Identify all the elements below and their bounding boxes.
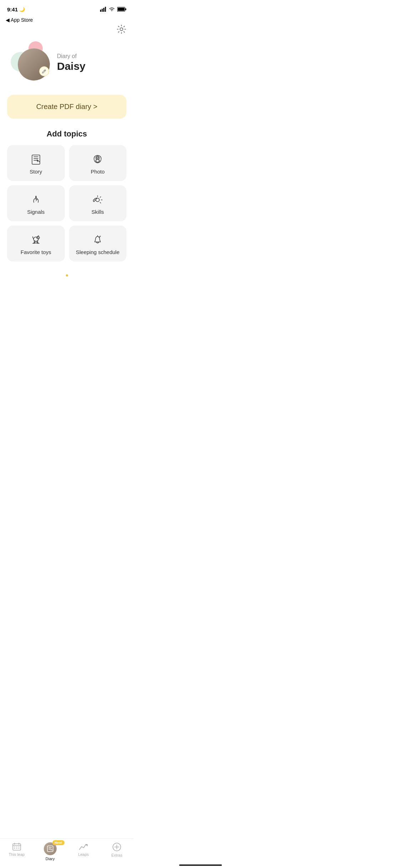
pencil-icon <box>42 69 47 74</box>
moon-icon: 🌙 <box>19 7 25 12</box>
sleeping-schedule-label: Sleeping schedule <box>76 249 120 255</box>
svg-line-8 <box>45 71 45 71</box>
svg-rect-6 <box>118 8 125 11</box>
favorite-toys-label: Favorite toys <box>21 249 51 255</box>
app-store-back[interactable]: ◀ App Store <box>0 16 134 24</box>
dot-indicator <box>0 274 134 277</box>
edit-badge[interactable] <box>39 66 49 76</box>
photo-label: Photo <box>91 169 105 175</box>
diary-name: Daisy <box>57 60 85 72</box>
svg-point-16 <box>99 160 100 161</box>
add-topics-section: Add topics Story <box>0 126 134 267</box>
story-icon <box>30 154 42 165</box>
topic-card-story[interactable]: Story <box>7 145 65 181</box>
status-time: 9:41 🌙 <box>7 6 25 12</box>
pdf-banner[interactable]: Create PDF diary > <box>7 95 126 119</box>
topic-card-favorite-toys[interactable]: Favorite toys <box>7 226 65 262</box>
back-label: ◀ App Store <box>6 17 33 23</box>
add-topics-title: Add topics <box>7 129 126 139</box>
diary-of-label: Diary of <box>57 53 85 60</box>
settings-row <box>0 24 134 38</box>
svg-rect-1 <box>102 9 103 12</box>
svg-line-19 <box>100 197 101 197</box>
dot <box>66 274 68 277</box>
signal-icon <box>100 7 106 12</box>
svg-point-15 <box>96 160 97 161</box>
topic-card-skills[interactable]: Skills <box>69 185 127 221</box>
settings-button[interactable] <box>116 24 126 36</box>
topics-grid: Story Photo Signals <box>7 145 126 262</box>
svg-rect-12 <box>32 155 40 164</box>
svg-rect-0 <box>100 10 101 12</box>
svg-text:z: z <box>100 235 101 237</box>
svg-rect-3 <box>105 7 106 12</box>
battery-icon <box>117 7 126 12</box>
svg-rect-5 <box>125 9 126 10</box>
status-bar: 9:41 🌙 <box>0 0 134 16</box>
signals-label: Signals <box>27 209 45 215</box>
topic-card-photo[interactable]: Photo <box>69 145 127 181</box>
toy-icon <box>30 234 42 246</box>
svg-point-14 <box>97 157 99 159</box>
skills-label: Skills <box>92 209 104 215</box>
pdf-banner-text: Create PDF diary > <box>36 103 98 111</box>
gear-icon <box>116 24 126 34</box>
svg-point-24 <box>38 237 39 238</box>
svg-rect-2 <box>103 8 104 12</box>
topic-card-sleeping[interactable]: Z z Sleeping schedule <box>69 226 127 262</box>
skills-icon <box>92 194 103 205</box>
story-label: Story <box>30 169 42 175</box>
sleep-icon: Z z <box>92 234 103 246</box>
wifi-icon <box>109 7 115 12</box>
avatar-container <box>11 41 50 84</box>
profile-text: Diary of Daisy <box>57 53 85 72</box>
svg-line-21 <box>100 202 101 203</box>
topic-card-signals[interactable]: Signals <box>7 185 65 221</box>
svg-point-7 <box>120 28 123 31</box>
svg-point-13 <box>96 156 99 160</box>
profile-section: Diary of Daisy <box>0 38 134 91</box>
photo-icon <box>92 154 103 165</box>
status-icons <box>100 7 126 12</box>
signals-icon <box>30 194 42 205</box>
